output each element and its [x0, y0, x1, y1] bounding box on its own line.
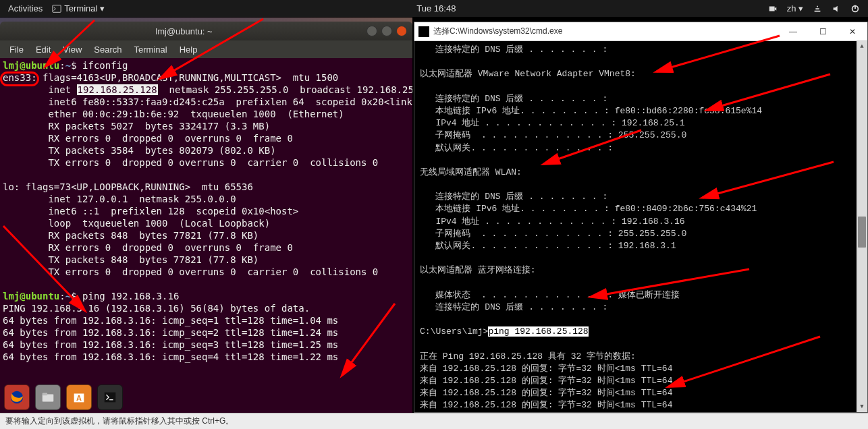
cmd-dns-suffix-0: 连接特定的 DNS 后缀 . . . . . . . :	[420, 45, 607, 55]
lo-tx: TX packets 848 bytes 77821 (77.8 KB)	[3, 254, 259, 265]
window-maximize-button[interactable]	[381, 26, 392, 36]
cmd-scrollbar[interactable]: ▲ ▼	[857, 41, 867, 412]
dock-firefox-icon[interactable]	[4, 384, 30, 410]
cmd-output[interactable]: 连接特定的 DNS 后缀 . . . . . . . : 以太网适配器 VMwa…	[414, 41, 867, 412]
cmd-ping-header: 正在 Ping 192.168.25.128 具有 32 字节的数据:	[420, 351, 636, 362]
terminal-menubar: File Edit View Search Terminal Help	[0, 40, 412, 58]
cmd-icon	[418, 26, 429, 37]
ens33-txerr: TX errors 0 dropped 0 overruns 0 carrier…	[3, 157, 378, 168]
lo-rx: RX packets 848 bytes 77821 (77.8 KB)	[3, 230, 259, 241]
vmware-hint-text: 要将输入定向到该虚拟机，请将鼠标指针移入其中或按 Ctrl+G。	[5, 416, 234, 426]
ping-line-2: 64 bytes from 192.168.3.16: icmp_seq=2 t…	[3, 327, 338, 338]
ping-line-3: 64 bytes from 192.168.3.16: icmp_seq=3 t…	[3, 339, 338, 350]
prompt-path: ~	[65, 60, 71, 71]
vmware-hint-bar: 要将输入定向到该虚拟机，请将鼠标指针移入其中或按 Ctrl+G。	[0, 413, 868, 429]
cmd-vmnet-ipv6: 本地链接 IPv6 地址. . . . . . . . : fe80::bd66…	[420, 106, 762, 116]
gnome-topbar: Activities Terminal ▾ Tue 16:48 zh ▾	[0, 0, 868, 18]
cmd-wlan-dns: 连接特定的 DNS 后缀 . . . . . . . :	[420, 192, 607, 202]
activities-button[interactable]: Activities	[8, 3, 43, 13]
prompt-sep: :	[59, 60, 65, 71]
cmd-window: 选择C:\Windows\system32\cmd.exe — ☐ ✕ 连接特定…	[414, 22, 868, 413]
cmd-reply-2: 来自 192.168.25.128 的回复: 字节=32 时间<1ms TTL=…	[420, 376, 672, 386]
cmd-bt-media: 媒体状态 . . . . . . . . . . . . : 媒体已断开连接	[420, 290, 680, 300]
cmd-maximize-button[interactable]: ☐	[808, 23, 838, 40]
scroll-up-icon[interactable]: ▲	[857, 41, 867, 52]
dock-terminal-icon[interactable]	[97, 384, 123, 410]
cmd-close-button[interactable]: ✕	[838, 23, 867, 40]
cmd-vmnet-ipv4: IPv4 地址 . . . . . . . . . . . . : 192.16…	[420, 118, 685, 128]
ping-line-4: 64 bytes from 192.168.3.16: icmp_seq=4 t…	[3, 351, 338, 362]
cmd-adapter-wlan: 无线局域网适配器 WLAN:	[420, 167, 522, 177]
ens33-inet6: inet6 fe80::5337:faa9:d245:c25a prefixle…	[3, 96, 412, 107]
windows-cmd-pane: 选择C:\Windows\system32\cmd.exe — ☐ ✕ 连接特定…	[412, 18, 868, 413]
ubuntu-desktop: lmj@ubuntu: ~ File Edit View Search Term…	[0, 18, 412, 413]
lo-header: lo: flags=73<UP,LOOPBACK,RUNNING> mtu 65…	[3, 181, 253, 192]
cmd-wlan-ipv6: 本地链接 IPv6 地址. . . . . . . . : fe80::8409…	[420, 204, 757, 214]
cmd-titlebar[interactable]: 选择C:\Windows\system32\cmd.exe — ☐ ✕	[414, 22, 867, 41]
cmd-wlan-mask: 子网掩码 . . . . . . . . . . . . : 255.255.2…	[420, 229, 686, 239]
cmd-reply-1: 来自 192.168.25.128 的回复: 字节=32 时间<1ms TTL=…	[420, 364, 672, 374]
sound-icon[interactable]	[832, 4, 841, 13]
input-method-indicator[interactable]: zh ▾	[787, 3, 803, 13]
cmd-bt-dns: 连接特定的 DNS 后缀 . . . . . . . :	[420, 302, 607, 312]
menu-help[interactable]: Help	[174, 43, 203, 56]
cmd-ping: ping 192.168.3.16	[82, 291, 179, 302]
window-minimize-button[interactable]	[367, 26, 377, 36]
menu-edit[interactable]: Edit	[30, 43, 56, 56]
cmd-wlan-gw: 默认网关. . . . . . . . . . . . . : 192.168.…	[420, 241, 676, 251]
clock-label[interactable]: Tue 16:48	[113, 3, 760, 13]
dock-software-icon[interactable]: A	[66, 384, 92, 410]
cmd-title: 选择C:\Windows\system32\cmd.exe	[433, 26, 778, 37]
menu-view[interactable]: View	[57, 43, 87, 56]
camera-icon[interactable]	[768, 4, 778, 13]
lo-inet: inet 127.0.0.1 netmask 255.0.0.0	[3, 194, 236, 204]
cmd-ifconfig: ifconfig	[82, 60, 128, 71]
cmd-vmnet-mask: 子网掩码 . . . . . . . . . . . . : 255.255.2…	[420, 130, 686, 140]
cmd-adapter-vmnet8: 以太网适配器 VMware Network Adapter VMnet8:	[420, 69, 636, 79]
ens33-inet-prefix: inet	[3, 84, 77, 95]
power-icon[interactable]	[850, 4, 860, 13]
menu-search[interactable]: Search	[88, 43, 127, 56]
cmd-wlan-ipv4: IPv4 地址 . . . . . . . . . . . . : 192.16…	[420, 217, 685, 227]
terminal-titlebar[interactable]: lmj@ubuntu: ~	[0, 22, 412, 40]
cmd-prompt: C:\Users\lmj>	[420, 326, 488, 337]
menu-terminal[interactable]: Terminal	[129, 43, 173, 56]
window-close-button[interactable]	[396, 26, 407, 36]
menu-file[interactable]: File	[4, 43, 29, 56]
ens33-header: ens33: flags=4163<UP,BROADCAST,RUNNING,M…	[3, 72, 338, 83]
cmd-ping-highlight: ping 192.168.25.128	[488, 326, 588, 337]
cmd-reply-4: 来自 192.168.25.128 的回复: 字节=32 时间<1ms TTL=…	[420, 400, 672, 410]
scroll-thumb[interactable]	[858, 217, 866, 248]
svg-rect-1	[769, 6, 774, 11]
svg-rect-6	[43, 393, 47, 396]
prompt-dollar-2: $	[71, 291, 82, 302]
ens33-tx: TX packets 3584 bytes 802079 (802.0 KB)	[3, 145, 276, 156]
dock-files-icon[interactable]	[35, 384, 61, 410]
ping-line-1: 64 bytes from 192.168.3.16: icmp_seq=1 t…	[3, 315, 338, 326]
terminal-app-menu[interactable]: Terminal ▾	[52, 3, 105, 13]
prompt-dollar: $	[71, 60, 82, 71]
cmd-vmnet-gw: 默认网关. . . . . . . . . . . . . :	[420, 143, 613, 153]
lo-loop: loop txqueuelen 1000 (Local Loopback)	[3, 218, 270, 229]
svg-rect-9	[105, 393, 116, 403]
scroll-down-icon[interactable]: ▼	[857, 401, 867, 412]
cmd-vmnet-dns: 连接特定的 DNS 后缀 . . . . . . . :	[420, 94, 607, 104]
lo-rxerr: RX errors 0 dropped 0 overruns 0 frame 0	[3, 242, 293, 253]
ens33-inet-rest: netmask 255.255.255.0 broadcast 192.168.…	[158, 84, 412, 95]
prompt-sep-2: :	[59, 291, 65, 302]
terminal-title: lmj@ubuntu: ~	[5, 26, 362, 36]
terminal-window: lmj@ubuntu: ~ File Edit View Search Term…	[0, 22, 412, 413]
lo-inet6: inet6 ::1 prefixlen 128 scopeid 0x10<hos…	[3, 206, 298, 217]
terminal-output[interactable]: lmj@ubuntu:~$ ifconfig ens33: flags=4163…	[0, 58, 412, 413]
cmd-reply-3: 来自 192.168.25.128 的回复: 字节=32 时间<1ms TTL=…	[420, 388, 672, 398]
prompt-path-2: ~	[65, 291, 71, 302]
ping-header: PING 192.168.3.16 (192.168.3.16) 56(84) …	[3, 303, 310, 314]
svg-text:A: A	[76, 394, 82, 402]
svg-rect-0	[53, 5, 61, 12]
cmd-adapter-bt: 以太网适配器 蓝牙网络连接:	[420, 265, 536, 275]
network-icon[interactable]	[813, 4, 822, 13]
ens33-ip-highlight: 192.168.25.128	[77, 84, 158, 95]
cmd-minimize-button[interactable]: —	[778, 23, 808, 40]
ens33-rx: RX packets 5027 bytes 3324177 (3.3 MB)	[3, 121, 270, 132]
ubuntu-dock: A	[4, 383, 123, 411]
